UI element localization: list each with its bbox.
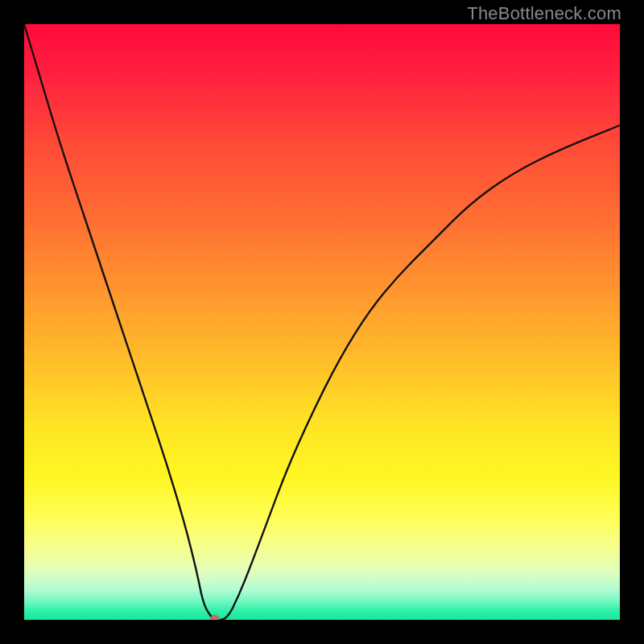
watermark-text: TheBottleneck.com bbox=[467, 3, 621, 24]
plot-area bbox=[24, 24, 620, 620]
chart-frame: TheBottleneck.com bbox=[0, 0, 644, 644]
background-gradient bbox=[24, 24, 620, 620]
